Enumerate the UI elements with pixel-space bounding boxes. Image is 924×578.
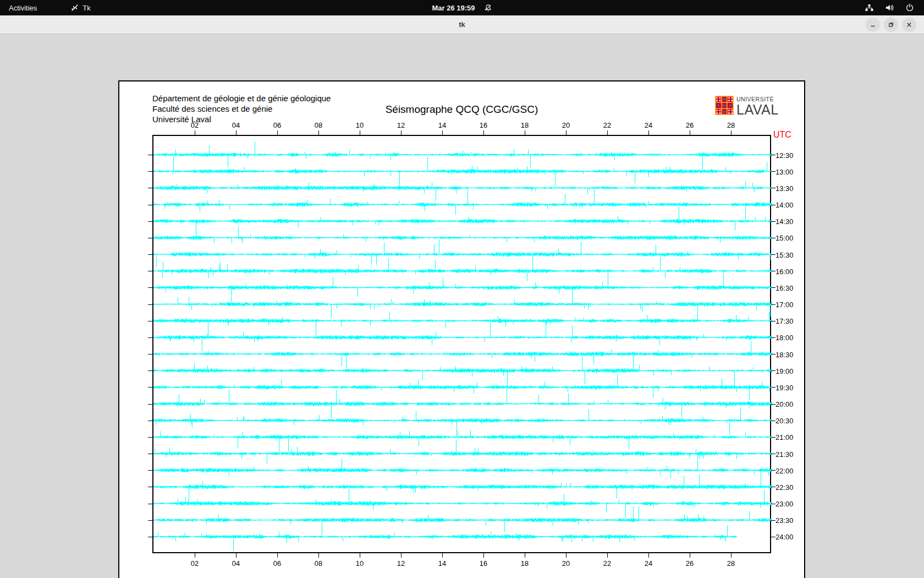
trace-time-label: 15:30 bbox=[776, 250, 794, 259]
trace-tick-left bbox=[148, 221, 152, 222]
x-tick-label-top: 06 bbox=[273, 121, 281, 129]
x-tick-top bbox=[607, 130, 608, 135]
volume-icon[interactable] bbox=[885, 3, 894, 12]
restore-button[interactable] bbox=[884, 18, 898, 32]
trace-tick-left bbox=[148, 387, 152, 388]
trace-tick-right bbox=[771, 271, 776, 271]
trace-tick-right bbox=[771, 238, 776, 238]
x-tick-label-top: 04 bbox=[232, 121, 240, 129]
gnome-top-bar: Activities Tk Mar 26 19:59 bbox=[0, 0, 924, 15]
x-tick-bottom bbox=[483, 553, 484, 558]
x-tick-label-top: 20 bbox=[562, 121, 570, 129]
trace-tick-left bbox=[148, 238, 152, 238]
x-tick-top bbox=[277, 130, 278, 135]
x-tick-label-top: 08 bbox=[315, 121, 322, 129]
trace-tick-right bbox=[771, 370, 776, 371]
trace-time-label: 19:00 bbox=[776, 367, 794, 375]
trace-tick-left bbox=[148, 454, 152, 454]
x-tick-label-top: 14 bbox=[438, 121, 446, 129]
network-icon[interactable] bbox=[865, 3, 874, 12]
trace-time-label: 13:30 bbox=[776, 184, 794, 192]
trace-tick-left bbox=[148, 370, 152, 371]
x-tick-bottom bbox=[236, 553, 237, 558]
power-icon[interactable] bbox=[905, 3, 914, 12]
trace-tick-right bbox=[771, 188, 776, 188]
x-tick-top bbox=[236, 130, 237, 135]
x-tick-bottom bbox=[360, 553, 360, 558]
x-tick-top bbox=[483, 130, 484, 135]
trace-tick-right bbox=[771, 520, 776, 521]
clock[interactable]: Mar 26 19:59 bbox=[432, 4, 475, 12]
x-tick-bottom bbox=[648, 553, 649, 558]
trace-tick-left bbox=[148, 537, 152, 537]
x-tick-label-bottom: 06 bbox=[273, 559, 281, 568]
trace-time-label: 23:30 bbox=[776, 516, 794, 525]
x-tick-bottom bbox=[690, 553, 690, 558]
trace-time-label: 22:30 bbox=[776, 483, 794, 491]
chart-title: Séismographe QCQ (CGC/GSC) bbox=[152, 103, 771, 116]
trace-tick-left bbox=[148, 171, 152, 172]
trace-time-label: 16:00 bbox=[776, 267, 794, 275]
trace-time-label: 23:00 bbox=[776, 500, 794, 508]
trace-tick-right bbox=[771, 354, 776, 355]
trace-tick-right bbox=[771, 254, 776, 255]
x-tick-top bbox=[442, 130, 443, 135]
close-button[interactable] bbox=[902, 18, 916, 32]
trace-tick-right bbox=[771, 304, 776, 305]
laval-shield-icon bbox=[715, 96, 734, 117]
trace-time-label: 22:00 bbox=[776, 466, 794, 475]
trace-tick-right bbox=[771, 537, 776, 537]
notifications-disabled-icon[interactable] bbox=[484, 4, 492, 12]
x-tick-top bbox=[690, 130, 690, 135]
seismograph-window: Département de géologie et de génie géol… bbox=[118, 80, 805, 578]
x-tick-label-bottom: 10 bbox=[356, 559, 364, 568]
trace-time-label: 17:00 bbox=[776, 301, 794, 309]
x-tick-label-top: 02 bbox=[191, 121, 199, 129]
x-tick-top bbox=[566, 130, 566, 135]
x-tick-label-top: 10 bbox=[356, 121, 364, 129]
x-tick-bottom bbox=[277, 553, 278, 558]
x-tick-bottom bbox=[401, 553, 402, 558]
trace-tick-left bbox=[148, 155, 152, 155]
seismogram-plot: UTC 020204040606080810101212141416161818… bbox=[152, 135, 771, 553]
trace-time-label: 16:30 bbox=[776, 283, 794, 292]
trace-tick-left bbox=[148, 470, 152, 471]
trace-tick-left bbox=[148, 487, 152, 487]
x-tick-bottom bbox=[442, 553, 443, 558]
x-tick-bottom bbox=[731, 553, 732, 558]
trace-tick-left bbox=[148, 304, 152, 305]
window-title: tk bbox=[0, 15, 924, 34]
trace-tick-right bbox=[771, 470, 776, 471]
x-tick-label-bottom: 04 bbox=[232, 559, 240, 568]
x-tick-top bbox=[525, 130, 525, 135]
trace-time-label: 15:00 bbox=[776, 234, 794, 242]
trace-tick-right bbox=[771, 205, 776, 205]
trace-tick-left bbox=[148, 354, 152, 355]
universite-laval-logo: UNIVERSITÉ LAVAL bbox=[715, 96, 779, 117]
x-tick-label-top: 28 bbox=[727, 121, 735, 129]
trace-time-label: 24:00 bbox=[776, 533, 794, 541]
desktop-background: Département de géologie et de génie géol… bbox=[0, 34, 924, 578]
trace-tick-left bbox=[148, 321, 152, 321]
x-tick-label-top: 24 bbox=[645, 121, 652, 129]
trace-time-label: 21:30 bbox=[776, 450, 794, 458]
trace-tick-left bbox=[148, 337, 152, 338]
utc-axis-title: UTC bbox=[773, 130, 791, 140]
trace-tick-right bbox=[771, 171, 776, 172]
x-tick-label-bottom: 08 bbox=[315, 559, 322, 568]
x-tick-label-bottom: 16 bbox=[480, 559, 487, 568]
x-tick-top bbox=[731, 130, 732, 135]
x-tick-bottom bbox=[195, 553, 195, 558]
seismogram-traces-canvas bbox=[153, 136, 772, 554]
x-tick-label-bottom: 18 bbox=[521, 559, 529, 568]
x-tick-top bbox=[360, 130, 360, 135]
x-tick-top bbox=[195, 130, 195, 135]
close-icon bbox=[906, 21, 912, 28]
trace-tick-right bbox=[771, 421, 776, 421]
trace-time-label: 12:30 bbox=[776, 151, 794, 159]
trace-time-label: 20:30 bbox=[776, 417, 794, 425]
minimize-button[interactable] bbox=[866, 18, 880, 32]
trace-tick-left bbox=[148, 520, 152, 521]
trace-time-label: 18:30 bbox=[776, 350, 794, 358]
trace-tick-left bbox=[148, 437, 152, 438]
